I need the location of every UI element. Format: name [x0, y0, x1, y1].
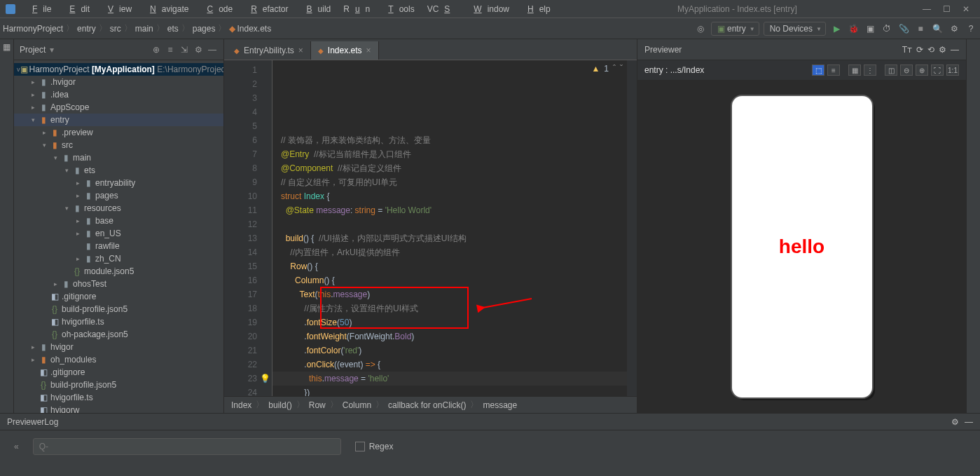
layers-icon[interactable]: ≡: [827, 64, 840, 76]
chevron-down-icon[interactable]: ˇ: [620, 62, 623, 76]
settings-icon[interactable]: ⚙: [948, 22, 960, 35]
help-icon[interactable]: ?: [965, 22, 977, 35]
tree-item[interactable]: {}module.json5: [14, 265, 223, 278]
breadcrumb-item[interactable]: src: [110, 24, 121, 34]
tree-item[interactable]: ▸▮base: [14, 215, 223, 227]
tree-item[interactable]: ▸▮.preview: [14, 126, 223, 139]
structure-crumb[interactable]: build(): [268, 400, 291, 410]
hide-icon[interactable]: —: [965, 417, 973, 427]
zoom-out-icon[interactable]: ⊖: [900, 64, 913, 76]
tree-item[interactable]: ▾▮main: [14, 151, 223, 164]
run-config-module[interactable]: ▣ entry: [711, 22, 759, 36]
tree-item[interactable]: ▸▮.hvigor: [14, 76, 223, 88]
stop-icon[interactable]: ■: [914, 22, 927, 35]
chevron-down-icon[interactable]: ▾: [50, 45, 54, 55]
collapse-icon[interactable]: ≡: [165, 45, 176, 55]
structure-crumb[interactable]: callback for onClick(): [388, 400, 466, 410]
tree-item[interactable]: ▸▮.idea: [14, 88, 223, 101]
tree-item[interactable]: ▸▮pages: [14, 189, 223, 202]
close-button[interactable]: ✕: [958, 4, 974, 14]
sync-icon[interactable]: ◎: [694, 22, 707, 35]
debug-icon[interactable]: 🐞: [847, 22, 860, 35]
tree-item[interactable]: ◧hvigorfile.ts: [14, 315, 223, 328]
menu-tools[interactable]: Tools: [377, 1, 420, 17]
editor-tab[interactable]: ◆EntryAbility.ts×: [227, 41, 311, 60]
tree-item[interactable]: ▾▮ets: [14, 164, 223, 177]
intention-bulb-icon[interactable]: 💡: [260, 372, 270, 386]
tree-item[interactable]: {}build-profile.json5: [14, 303, 223, 315]
menu-run[interactable]: Run: [338, 1, 375, 17]
breadcrumb-item[interactable]: HarmonyProject: [3, 24, 63, 34]
project-tool-icon[interactable]: ▦: [3, 42, 11, 52]
menu-code[interactable]: Code: [195, 1, 238, 17]
search-icon[interactable]: 🔍: [931, 22, 944, 35]
chevron-up-icon[interactable]: ˆ: [613, 62, 616, 76]
menu-window[interactable]: Window: [462, 1, 515, 17]
tree-item[interactable]: ▮rawfile: [14, 240, 223, 252]
tree-item[interactable]: ◧.gitignore: [14, 366, 223, 379]
device-selector[interactable]: No Devices: [764, 22, 826, 36]
minimize-button[interactable]: —: [918, 4, 935, 14]
minimize-icon[interactable]: —: [951, 45, 959, 55]
breadcrumb-item[interactable]: entry: [77, 24, 96, 34]
attach-icon[interactable]: 📎: [897, 22, 910, 35]
tree-item[interactable]: ▾▮entry: [14, 114, 223, 126]
tree-item[interactable]: ▸▮zh_CN: [14, 252, 223, 265]
inspector-icon[interactable]: ⬚: [812, 64, 824, 76]
hide-icon[interactable]: —: [207, 45, 218, 55]
zoom-in-icon[interactable]: ⊕: [916, 64, 928, 76]
tree-item[interactable]: ◧.gitignore: [14, 290, 223, 303]
run-icon[interactable]: ▶: [830, 22, 843, 35]
tree-item[interactable]: ▸▮AppScope: [14, 101, 223, 114]
tree-item[interactable]: ▸▮hvigor: [14, 341, 223, 353]
project-tree[interactable]: v▣ HarmonyProject [MyApplication] E:\Har…: [14, 60, 223, 413]
regex-checkbox[interactable]: Regex: [355, 442, 394, 451]
tree-item[interactable]: ▸▮oh_modules: [14, 353, 223, 366]
editor-tab[interactable]: ◆Index.ets×: [311, 41, 379, 60]
fit-icon[interactable]: ⛶: [931, 64, 944, 76]
menu-refactor[interactable]: Refactor: [240, 1, 294, 17]
structure-crumb[interactable]: Index: [231, 400, 251, 410]
gear-icon[interactable]: ⚙: [939, 45, 946, 55]
gear-icon[interactable]: ⚙: [951, 417, 959, 427]
structure-crumb[interactable]: Column: [343, 400, 371, 410]
menu-view[interactable]: View: [97, 1, 137, 17]
preview-canvas[interactable]: hello: [637, 80, 966, 413]
breadcrumb-item[interactable]: ◆Index.ets: [229, 24, 271, 34]
breadcrumb-item[interactable]: pages: [193, 24, 216, 34]
rotate-icon[interactable]: ⟲: [927, 45, 934, 55]
collapse-icon[interactable]: «: [14, 442, 19, 451]
one-to-one-icon[interactable]: 1:1: [946, 64, 959, 76]
refresh-icon[interactable]: ⟳: [916, 45, 923, 55]
target-icon[interactable]: ⊕: [151, 45, 162, 55]
project-pane-title[interactable]: Project: [20, 45, 46, 55]
menu-file[interactable]: File: [21, 1, 57, 17]
tree-item[interactable]: ▸▮en_US: [14, 227, 223, 240]
text-icon[interactable]: Tᴛ: [902, 45, 912, 55]
tree-item[interactable]: ◧hvigorw: [14, 404, 223, 413]
more-icon[interactable]: ⋮: [864, 64, 876, 76]
menu-edit[interactable]: Edit: [58, 1, 95, 17]
crop-icon[interactable]: ◫: [885, 64, 897, 76]
code-view[interactable]: ▲ 1 ˆ ˇ // 装饰器，用来装饰类结构、方法、变量@Entry //标记当…: [272, 60, 627, 396]
tree-item[interactable]: ▸▮ohosTest: [14, 278, 223, 290]
tree-item[interactable]: {}oh-package.json5: [14, 328, 223, 341]
tree-item[interactable]: {}build-profile.json5: [14, 379, 223, 391]
expand-icon[interactable]: ⇲: [179, 45, 190, 55]
menu-build[interactable]: Build: [296, 1, 337, 17]
structure-crumb[interactable]: message: [483, 400, 517, 410]
grid-icon[interactable]: ▦: [848, 64, 861, 76]
coverage-icon[interactable]: ▣: [864, 22, 876, 35]
profile-icon[interactable]: ⏱: [881, 22, 893, 35]
structure-crumb[interactable]: Row: [309, 400, 326, 410]
tree-root[interactable]: v▣ HarmonyProject [MyApplication] E:\Har…: [14, 63, 223, 76]
tree-item[interactable]: ▾▮src: [14, 139, 223, 151]
log-filter-input[interactable]: [33, 438, 341, 455]
maximize-button[interactable]: ☐: [938, 4, 955, 14]
inspection-bar[interactable]: ▲ 1 ˆ ˇ: [591, 62, 623, 76]
menu-vcs[interactable]: VCS: [422, 1, 462, 17]
tree-item[interactable]: ▾▮resources: [14, 202, 223, 215]
menu-navigate[interactable]: Navigate: [139, 1, 194, 17]
menu-help[interactable]: Help: [516, 1, 556, 17]
breadcrumb-item[interactable]: ets: [167, 24, 179, 34]
